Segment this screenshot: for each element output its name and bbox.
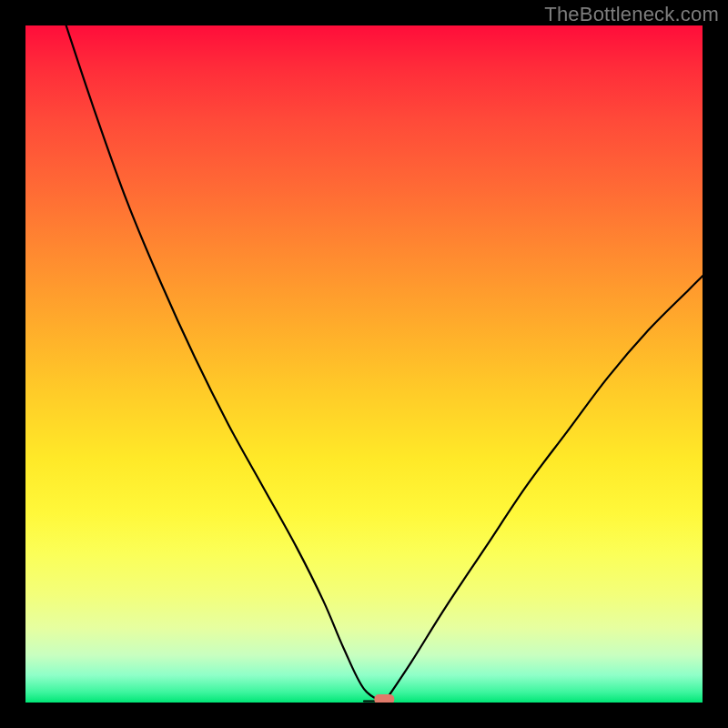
chart-frame: TheBottleneck.com [0,0,728,728]
curve-left-branch [66,25,385,703]
valley-marker [374,694,394,703]
curve-right-branch [384,276,703,703]
curve-layer [25,25,703,703]
watermark-text: TheBottleneck.com [544,3,719,26]
plot-area [25,25,703,703]
